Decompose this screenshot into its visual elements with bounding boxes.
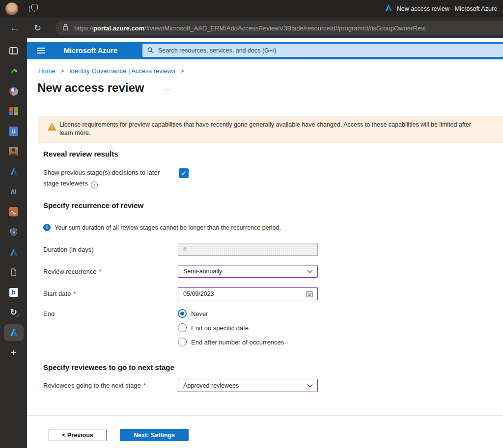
warning-text: License requirements for preview capabil… <box>59 121 501 137</box>
page-title: New access review <box>37 81 144 95</box>
search-icon <box>147 47 154 53</box>
duration-label: Duration (in days) <box>43 243 94 256</box>
more-menu-icon[interactable]: ··· <box>164 85 173 93</box>
info-icon[interactable]: i <box>91 182 98 188</box>
radio-button[interactable] <box>178 338 187 346</box>
warning-icon: ! <box>48 123 56 131</box>
green-stack-icon[interactable] <box>0 61 27 81</box>
hamburger-menu-icon[interactable] <box>37 48 45 53</box>
start-date-input[interactable]: 05/09/2023 <box>178 287 318 300</box>
recurrence-info-text: Your sum duration of all review stages c… <box>55 223 281 232</box>
breadcrumb-separator: > <box>180 68 184 75</box>
browser-titlebar: New access review - Microsoft Azure <box>0 0 503 18</box>
radio-end-on-specific-date[interactable]: End on specific date <box>178 323 249 332</box>
reviewees-dropdown[interactable]: Approved reviewees <box>178 379 318 392</box>
bing-icon[interactable]: b <box>0 282 27 302</box>
radio-never[interactable]: Never <box>178 309 208 318</box>
screen: New access review - Microsoft Azure ← ↻ … <box>0 0 503 448</box>
duration-input: 6 <box>178 243 318 256</box>
tab-title: New access review - Microsoft Azure <box>397 5 497 12</box>
tab-preview-icon[interactable] <box>0 41 27 61</box>
n-app-icon[interactable]: N <box>0 182 27 202</box>
back-icon[interactable]: ← <box>10 22 19 34</box>
calendar-icon[interactable] <box>306 290 313 297</box>
radio-button[interactable] <box>178 323 187 332</box>
url-text: https://portal.azure.com/#view/Microsoft… <box>74 25 425 32</box>
breadcrumb-identity-governance[interactable]: Identity Governance | Access reviews <box>69 67 175 75</box>
next-settings-button[interactable]: Next: Settings <box>120 429 189 441</box>
wave-app-icon[interactable] <box>0 202 27 222</box>
microsoft-logo-icon[interactable] <box>0 101 27 121</box>
vertical-tabs-sidebar: U N b ↻✓ + <box>0 38 27 448</box>
reviewees-label: Reviewees going to the next stage* <box>43 379 146 392</box>
global-search[interactable] <box>142 44 503 57</box>
section-specify-recurrence: Specify recurrence of review <box>43 201 143 210</box>
warning-banner: ! License requirements for preview capab… <box>38 116 503 143</box>
radio-button-selected[interactable] <box>178 309 187 318</box>
review-recurrence-label: Review recurrence* <box>43 265 101 278</box>
azure-icon[interactable] <box>0 161 27 182</box>
search-input[interactable] <box>157 47 503 54</box>
u-app-icon[interactable]: U <box>0 121 27 141</box>
breadcrumb-separator: > <box>60 68 64 75</box>
person-photo-icon[interactable] <box>0 141 27 161</box>
refresh-icon[interactable]: ↻ <box>34 22 41 34</box>
profile-avatar[interactable] <box>5 2 18 15</box>
footer-divider <box>27 415 503 416</box>
brand-title[interactable]: Microsoft Azure <box>64 42 117 59</box>
show-previous-decisions-label: Show previous stage(s) decisions to late… <box>43 167 160 189</box>
azure-portal: Microsoft Azure Home > Identity Governan… <box>27 38 503 448</box>
azure-icon[interactable] <box>0 242 27 262</box>
chevron-down-icon <box>307 269 313 273</box>
active-tab[interactable]: New access review - Microsoft Azure <box>385 0 497 18</box>
review-recurrence-dropdown[interactable]: Semi-annually <box>178 265 318 278</box>
lock-icon <box>62 23 69 33</box>
info-icon: i <box>43 224 51 231</box>
globe-icon[interactable] <box>0 81 27 101</box>
workspaces-icon[interactable] <box>29 4 40 14</box>
address-bar[interactable]: https://portal.azure.com/#view/Microsoft… <box>56 21 503 35</box>
section-specify-reviewees: Specify reviewees to go to next stage <box>43 363 174 371</box>
end-label: End <box>43 309 55 318</box>
section-reveal-review-results: Reveal review results <box>43 150 118 158</box>
azure-active-tab-icon[interactable] <box>0 322 27 343</box>
chevron-down-icon <box>307 384 313 388</box>
show-previous-decisions-checkbox[interactable]: ✓ <box>179 168 189 178</box>
radio-end-after-occurrences[interactable]: End after number of occurrences <box>178 338 284 346</box>
browser-toolbar: ← ↻ https://portal.azure.com/#view/Micro… <box>0 18 503 38</box>
new-tab-plus-icon[interactable]: + <box>0 343 27 363</box>
sync-check-icon[interactable]: ↻✓ <box>0 302 27 322</box>
previous-button[interactable]: < Previous <box>49 429 107 441</box>
azure-favicon-icon <box>385 4 392 14</box>
shield-lock-icon[interactable] <box>0 222 27 242</box>
breadcrumb-home[interactable]: Home <box>38 67 56 75</box>
start-date-label: Start date* <box>43 287 76 300</box>
document-icon[interactable] <box>0 262 27 282</box>
breadcrumb: Home > Identity Governance | Access revi… <box>38 67 187 75</box>
portal-header: Microsoft Azure <box>27 42 503 59</box>
